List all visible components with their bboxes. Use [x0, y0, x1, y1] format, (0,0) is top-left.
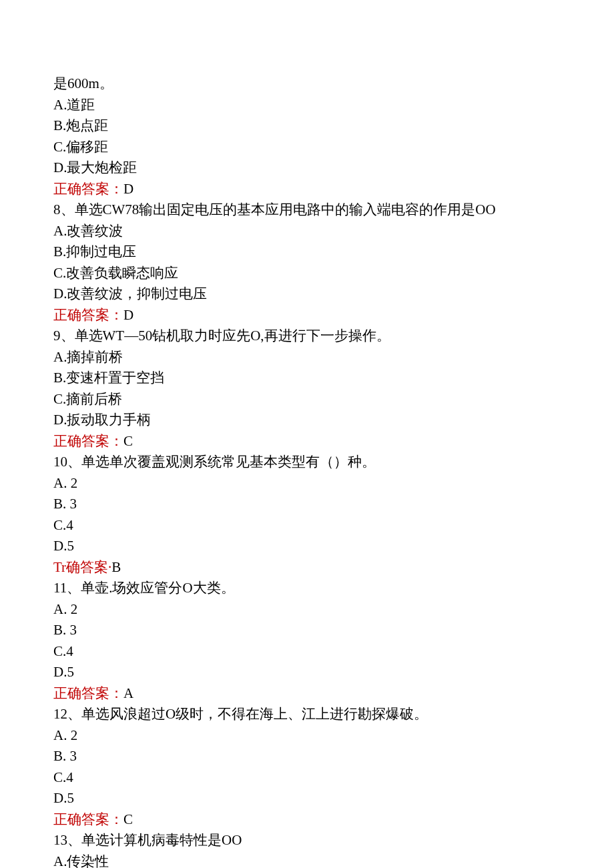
text-line: Tr确答案·B [53, 557, 561, 578]
text-line: 正确答案：C [53, 809, 561, 831]
text-line: 是600m。 [53, 73, 561, 95]
text-line: A.道距 [53, 95, 561, 116]
answer-label: 正确答案： [53, 685, 123, 701]
text-line: 正确答案：A [53, 683, 561, 705]
text-line: 11、单壶.场效应管分O大类。 [53, 578, 561, 599]
text-line: C.4 [53, 641, 561, 663]
text-line: B.变速杆置于空挡 [53, 368, 561, 389]
text-line: 12、单选风浪超过O级时，不得在海上、江上进行勘探爆破。 [53, 704, 561, 725]
document-page: 是600m。A.道距B.炮点距C.偏移距D.最大炮检距正确答案：D8、单选CW7… [0, 0, 614, 868]
text-line: B. 3 [53, 494, 561, 515]
text-line: A. 2 [53, 599, 561, 620]
answer-value: C [123, 811, 133, 827]
text-line: 8、单选CW78输出固定电压的基本应用电路中的输入端电容的作用是OO [53, 199, 561, 221]
text-line: A.改善纹波 [53, 221, 561, 242]
text-line: B. 3 [53, 746, 561, 767]
answer-label: 正确答案： [53, 181, 123, 197]
text-line: D.扳动取力手柄 [53, 410, 561, 431]
answer-label: Tr确答案· [53, 559, 111, 575]
answer-value: D [123, 307, 133, 323]
text-line: A.传染性 [53, 851, 561, 869]
answer-label: 正确答案： [53, 433, 123, 449]
text-line: 正确答案：D [53, 305, 561, 326]
text-line: A.摘掉前桥 [53, 347, 561, 368]
text-line: C.摘前后桥 [53, 389, 561, 410]
text-line: C.4 [53, 767, 561, 789]
text-line: D.5 [53, 788, 561, 809]
text-line: A. 2 [53, 473, 561, 494]
text-line: 9、单选WT—50钻机取力时应先O,再进行下一步操作。 [53, 326, 561, 347]
text-line: D.改善纹波，抑制过电压 [53, 284, 561, 305]
text-line: C.偏移距 [53, 137, 561, 158]
answer-value: D [123, 181, 133, 197]
text-line: C.改善负载瞬态响应 [53, 263, 561, 284]
text-line: D.5 [53, 536, 561, 557]
text-line: 13、单选计算机病毒特性是OO [53, 830, 561, 851]
answer-value: C [123, 433, 133, 449]
text-line: D.最大炮检距 [53, 157, 561, 179]
answer-value: B [111, 559, 121, 575]
answer-label: 正确答案： [53, 811, 123, 827]
text-line: B.炮点距 [53, 115, 561, 137]
text-line: C.4 [53, 515, 561, 536]
text-line: 10、单选单次覆盖观测系统常见基本类型有（）种。 [53, 452, 561, 473]
answer-label: 正确答案： [53, 307, 123, 323]
text-line: 正确答案：C [53, 431, 561, 452]
text-line: B.抑制过电压 [53, 242, 561, 263]
text-line: B. 3 [53, 620, 561, 641]
text-line: A. 2 [53, 725, 561, 747]
answer-value: A [123, 685, 133, 701]
text-line: 正确答案：D [53, 179, 561, 200]
text-line: D.5 [53, 662, 561, 683]
